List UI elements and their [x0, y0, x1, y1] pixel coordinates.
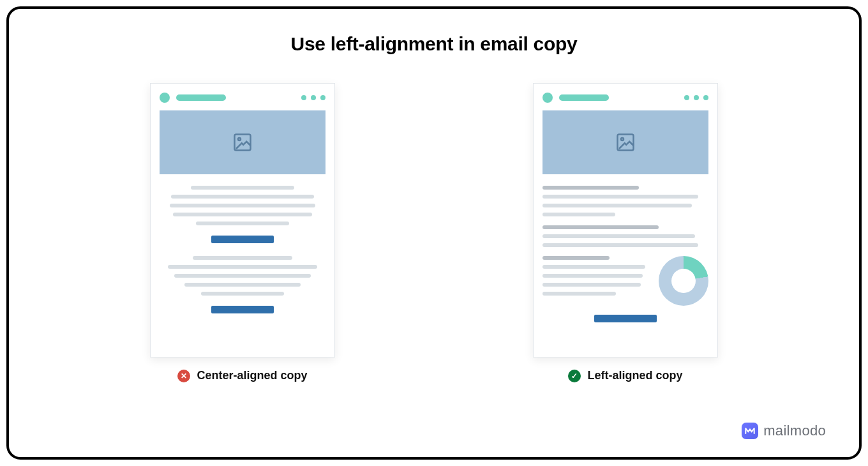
- window-bar: [542, 93, 708, 103]
- caption-text: Left-aligned copy: [587, 369, 682, 382]
- caption-bad: ✕ Center-aligned copy: [177, 369, 307, 382]
- hero-image-placeholder: [160, 110, 326, 174]
- window-dot-icon: [694, 95, 699, 100]
- paragraph-placeholder: [542, 256, 647, 296]
- cards-row: ✕ Center-aligned copy: [47, 83, 821, 382]
- window-bar: [160, 93, 326, 103]
- cta-button-placeholder: [594, 315, 657, 322]
- brand-logo: mailmodo: [742, 423, 826, 439]
- svg-point-3: [621, 138, 624, 140]
- window-dot-icon: [311, 95, 316, 100]
- cta-button-placeholder: [211, 306, 274, 313]
- window-dot-icon: [301, 95, 306, 100]
- donut-chart-icon: [659, 256, 708, 306]
- window-dot-icon: [684, 95, 689, 100]
- variant-good: ✓ Left-aligned copy: [533, 83, 718, 382]
- paragraph-placeholder: [160, 186, 326, 225]
- paragraph-placeholder: [542, 225, 708, 247]
- page-title: Use left-alignment in email copy: [47, 33, 821, 55]
- email-mock-left: [533, 83, 718, 357]
- brand-dot-icon: [160, 93, 170, 103]
- caption-text: Center-aligned copy: [197, 369, 307, 382]
- image-icon: [616, 133, 635, 152]
- email-mock-center: [150, 83, 335, 357]
- image-icon: [233, 133, 252, 152]
- paragraph-placeholder: [160, 256, 326, 296]
- brand-mark-icon: [742, 423, 758, 439]
- bottom-row: [542, 256, 708, 306]
- check-icon: ✓: [568, 370, 581, 382]
- svg-point-1: [238, 138, 241, 140]
- window-dot-icon: [320, 95, 326, 100]
- window-dot-icon: [703, 95, 708, 100]
- diagram-frame: Use left-alignment in email copy: [6, 6, 862, 460]
- cta-button-placeholder: [211, 236, 274, 243]
- paragraph-placeholder: [542, 186, 708, 216]
- brand-name: mailmodo: [763, 423, 826, 439]
- brand-pill-icon: [559, 94, 609, 101]
- caption-good: ✓ Left-aligned copy: [568, 369, 682, 382]
- brand-dot-icon: [542, 93, 553, 103]
- brand-pill-icon: [176, 94, 226, 101]
- error-icon: ✕: [177, 370, 190, 382]
- variant-bad: ✕ Center-aligned copy: [150, 83, 335, 382]
- hero-image-placeholder: [542, 110, 708, 174]
